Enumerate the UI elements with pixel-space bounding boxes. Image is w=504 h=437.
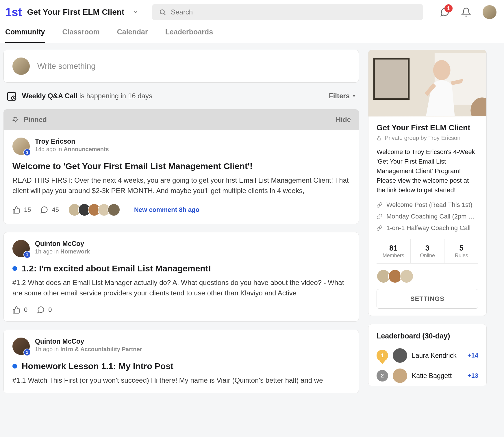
thumbs-up-icon — [12, 206, 21, 214]
like-button[interactable]: 15 — [12, 206, 31, 214]
nav-tabs: Community Classroom Calendar Leaderboard… — [5, 21, 499, 43]
post-author[interactable]: Quinton McCoy — [35, 338, 142, 345]
compose-avatar — [12, 58, 30, 75]
unread-dot-icon — [12, 266, 17, 271]
link-text: 1-on-1 Halfway Coaching Call — [386, 224, 470, 232]
post-time: 14d ago in Announcements — [35, 146, 109, 153]
group-link[interactable]: Monday Coaching Call (2pm … — [377, 213, 478, 220]
comment-button[interactable]: 45 — [40, 206, 59, 214]
post-title[interactable]: Homework Lesson 1.1: My Intro Post — [12, 361, 350, 371]
like-count: 15 — [24, 206, 31, 214]
search-input[interactable] — [171, 8, 416, 16]
pin-icon — [12, 116, 19, 123]
hide-pinned-button[interactable]: Hide — [336, 116, 351, 124]
post-avatar[interactable]: 3 — [12, 138, 30, 155]
tab-calendar[interactable]: Calendar — [117, 28, 148, 43]
stat-rules[interactable]: 5 Rules — [444, 239, 478, 263]
comment-button[interactable]: 0 — [37, 306, 52, 314]
svg-marker-6 — [353, 95, 355, 97]
like-button[interactable]: 0 — [12, 306, 27, 314]
logo[interactable]: 1st — [5, 6, 22, 19]
post-card[interactable]: 1Quinton McCoy1h ago in Intro & Accounta… — [3, 330, 359, 393]
post-author[interactable]: Quinton McCoy — [35, 240, 90, 248]
tab-community[interactable]: Community — [5, 28, 45, 43]
svg-line-1 — [164, 14, 165, 15]
post-card[interactable]: 3Troy Ericson14d ago in AnnouncementsWel… — [3, 130, 359, 224]
post-footer: 1545New comment 8h ago — [12, 203, 350, 216]
main-layout: Write something Weekly Q&A Call is happe… — [0, 43, 504, 408]
post-head: 1Quinton McCoy1h ago in Intro & Accounta… — [12, 338, 350, 355]
search-box[interactable] — [152, 4, 423, 20]
svg-rect-12 — [378, 138, 381, 140]
link-text: Welcome Post (Read This 1st) — [386, 201, 472, 209]
post-body: #1.1 Watch This First (or you won't succ… — [12, 375, 350, 386]
medal-gold-icon: 1 — [377, 350, 388, 361]
post-title[interactable]: 1.2: I'm excited about Email List Manage… — [12, 264, 350, 273]
group-dropdown[interactable]: Get Your First ELM Client — [27, 8, 138, 17]
header-icons: 1 — [440, 5, 496, 19]
post-footer: 00 — [12, 306, 350, 314]
post-author[interactable]: Troy Ericson — [35, 138, 109, 145]
chevron-down-icon — [133, 10, 138, 15]
commenter-avatar — [108, 203, 120, 216]
comment-count: 45 — [52, 206, 59, 214]
event-info[interactable]: Weekly Q&A Call is happening in 16 days — [6, 91, 152, 101]
caret-down-icon — [352, 94, 356, 98]
chat-badge: 1 — [444, 4, 453, 12]
post-category[interactable]: Homework — [60, 248, 90, 255]
svg-rect-8 — [374, 59, 409, 99]
calendar-clock-icon — [6, 91, 17, 101]
post-avatar[interactable]: 1 — [12, 240, 30, 257]
group-link[interactable]: Welcome Post (Read This 1st) — [377, 201, 478, 209]
header-top-row: 1st Get Your First ELM Client 1 — [5, 3, 499, 21]
stat-members[interactable]: 81 Members — [377, 239, 411, 263]
svg-point-0 — [160, 10, 164, 14]
group-info-card: Get Your First ELM Client Private group … — [368, 50, 487, 316]
post-card[interactable]: 1Quinton McCoy1h ago in Homework1.2: I'm… — [3, 232, 359, 322]
post-avatar[interactable]: 1 — [12, 338, 30, 355]
group-links: Welcome Post (Read This 1st) Monday Coac… — [377, 201, 478, 232]
post-category[interactable]: Intro & Accountability Partner — [60, 346, 142, 352]
event-title: Weekly Q&A Call — [22, 92, 77, 100]
search-wrap — [152, 4, 423, 20]
user-avatar[interactable] — [483, 5, 496, 19]
compose-placeholder: Write something — [37, 62, 96, 71]
post-body: READ THIS FIRST: Over the next 4 weeks, … — [12, 175, 350, 196]
settings-button[interactable]: SETTINGS — [377, 289, 478, 309]
lb-avatar — [393, 369, 407, 383]
post-category[interactable]: Announcements — [64, 146, 109, 152]
lb-name: Laura Kendrick — [412, 352, 463, 360]
private-row: Private group by Troy Ericson — [377, 135, 478, 141]
tab-leaderboards[interactable]: Leaderboards — [165, 28, 213, 43]
level-badge: 3 — [23, 149, 31, 156]
chat-button[interactable]: 1 — [440, 7, 450, 17]
like-count: 0 — [24, 306, 27, 314]
new-comment-link[interactable]: New comment 8h ago — [134, 206, 199, 214]
tab-classroom[interactable]: Classroom — [62, 28, 100, 43]
unread-dot-icon — [12, 364, 17, 369]
notification-button[interactable] — [461, 7, 471, 17]
event-suffix: is happening in 16 days — [79, 92, 152, 100]
sidebar-column: Get Your First ELM Client Private group … — [368, 50, 487, 401]
group-title: Get Your First ELM Client — [377, 123, 478, 132]
lb-name: Katie Baggett — [412, 372, 463, 380]
compose-box[interactable]: Write something — [3, 50, 359, 83]
leaderboard-row[interactable]: 2 Katie Baggett +13 — [368, 366, 486, 386]
filters-button[interactable]: Filters — [329, 92, 356, 100]
feed-column: Write something Weekly Q&A Call is happe… — [3, 50, 359, 401]
leaderboard-row[interactable]: 1 Laura Kendrick +14 — [368, 345, 486, 366]
lb-avatar — [393, 348, 407, 363]
leaderboard-title: Leaderboard (30-day) — [368, 324, 486, 345]
group-link[interactable]: 1-on-1 Halfway Coaching Call — [377, 224, 478, 232]
comment-icon — [40, 206, 48, 214]
link-icon — [377, 225, 382, 231]
stat-online[interactable]: 3 Online — [411, 239, 445, 263]
post-time: 1h ago in Homework — [35, 248, 90, 255]
commenters-avatars[interactable] — [68, 203, 120, 216]
level-badge: 1 — [23, 251, 31, 258]
post-title[interactable]: Welcome to 'Get Your First Email List Ma… — [12, 161, 350, 171]
comment-count: 0 — [48, 306, 52, 314]
members-avatars[interactable] — [377, 264, 478, 289]
group-description: Welcome to Troy Ericson's 4-Week 'Get Yo… — [377, 147, 478, 195]
pinned-header: Pinned Hide — [3, 109, 359, 130]
